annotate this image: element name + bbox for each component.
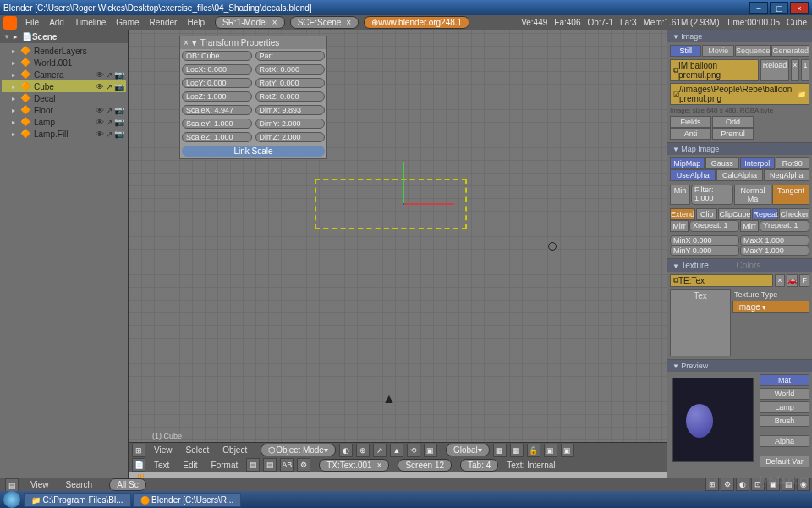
- syntax-icon[interactable]: AB: [280, 458, 294, 472]
- normalmap-btn[interactable]: Normal Ma: [734, 185, 771, 205]
- panel-icon[interactable]: ◐: [736, 478, 749, 491]
- editor-type-icon[interactable]: 📄: [132, 458, 145, 472]
- rot90-btn[interactable]: Rot90: [776, 157, 810, 169]
- visible-icon[interactable]: 👁: [96, 130, 104, 139]
- miny-field[interactable]: MinY 0.000: [670, 246, 739, 256]
- layer-btn[interactable]: ▦: [510, 444, 524, 457]
- scaley-field[interactable]: ScaleY: 1.000: [182, 119, 252, 129]
- menu-help[interactable]: Help: [182, 18, 210, 27]
- close-button[interactable]: ×: [790, 2, 809, 14]
- render-anim-icon[interactable]: ▣: [561, 444, 574, 457]
- locx-field[interactable]: LocX: 0.000: [182, 64, 252, 75]
- outliner-title[interactable]: ▸📄 Scene: [0, 30, 128, 43]
- pivot-icon[interactable]: ⊕: [356, 444, 370, 457]
- link-scale-button[interactable]: Link Scale: [182, 146, 325, 157]
- outliner-item[interactable]: ▸🔶World.001: [2, 57, 126, 69]
- preview-brush-btn[interactable]: Brush: [760, 415, 809, 427]
- select-icon[interactable]: ↗: [106, 118, 112, 127]
- unlink-icon[interactable]: ×: [775, 274, 785, 287]
- image-path-field[interactable]: ☑ //images\People\Rebe\balloon premul.pn…: [670, 83, 809, 105]
- menu-file[interactable]: File: [20, 18, 44, 27]
- render-icon[interactable]: 📷: [114, 106, 124, 115]
- interpol-btn[interactable]: Interpol: [740, 157, 775, 169]
- start-button[interactable]: [3, 491, 20, 508]
- taskbar-item[interactable]: 🟠 Blender [C:\Users\R...: [133, 493, 242, 507]
- xrepeat-field[interactable]: Xrepeat: 1: [689, 220, 739, 232]
- visible-icon[interactable]: 👁: [96, 82, 104, 91]
- scalez-field[interactable]: ScaleZ: 1.000: [182, 132, 252, 142]
- outliner-item[interactable]: ▸🔶Floor👁↗📷: [2, 104, 126, 116]
- preview-panel-header[interactable]: Preview: [667, 360, 812, 372]
- edit-menu[interactable]: Edit: [178, 461, 202, 470]
- render-icon[interactable]: 📷: [114, 70, 124, 80]
- render-icon[interactable]: ▣: [544, 444, 557, 457]
- preview-world-btn[interactable]: World: [760, 388, 809, 400]
- z-axis-icon[interactable]: [403, 203, 404, 205]
- mode-selector[interactable]: ⬡ Object Mode ▾: [261, 444, 336, 456]
- screen-selector[interactable]: SR:1-Model×: [215, 16, 285, 29]
- preview-lamp-btn[interactable]: Lamp: [760, 401, 809, 413]
- panel-icon[interactable]: ⚙: [721, 478, 734, 491]
- rotx-field[interactable]: RotX: 0.000: [255, 64, 326, 75]
- close-icon[interactable]: ×: [346, 18, 351, 27]
- menu-add[interactable]: Add: [44, 18, 69, 27]
- fake-user-btn[interactable]: F: [799, 274, 809, 287]
- scalex-field[interactable]: ScaleX: 4.947: [182, 105, 252, 115]
- extend-btn[interactable]: Extend: [670, 208, 695, 220]
- lamp-icon[interactable]: [548, 242, 557, 251]
- mirr-y-btn[interactable]: Mirr: [740, 220, 759, 232]
- rotz-field[interactable]: RotZ: 0.000: [255, 91, 326, 102]
- manip-toggle-icon[interactable]: ↗: [373, 444, 387, 457]
- roty-field[interactable]: RotY: 0.000: [255, 78, 326, 88]
- texture-slot-list[interactable]: Tex: [670, 289, 731, 356]
- outliner-item[interactable]: ▸🔶Lamp.Fill👁↗📷: [2, 128, 126, 140]
- repeat-btn[interactable]: Repeat: [752, 208, 778, 220]
- transform-properties-panel[interactable]: × ▼ Transform Properties OB: CubePar: Lo…: [179, 36, 327, 159]
- te-name-field[interactable]: ⧉ TE:Tex: [670, 274, 773, 287]
- select-icon[interactable]: ↗: [106, 106, 112, 115]
- image-name-field[interactable]: ⧉ IM:balloon premul.png: [670, 59, 759, 81]
- image-panel-header[interactable]: Image: [667, 30, 812, 42]
- mipmap-btn[interactable]: MipMap: [670, 157, 705, 169]
- texture-panel-header[interactable]: Texture Colors: [667, 259, 812, 272]
- outliner-item[interactable]: ▸🔶Decal: [2, 92, 126, 104]
- editor-type-icon[interactable]: ▤: [5, 478, 19, 492]
- render-icon[interactable]: 📷: [114, 118, 124, 127]
- reload-button[interactable]: Reload: [760, 59, 789, 81]
- orientation-selector[interactable]: Global ▾: [446, 444, 490, 456]
- tab-movie[interactable]: Movie: [702, 45, 733, 57]
- default-var-btn[interactable]: Default Var: [760, 456, 809, 467]
- visible-icon[interactable]: 👁: [96, 106, 104, 115]
- menu-timeline[interactable]: Timeline: [69, 18, 111, 27]
- x-axis-icon[interactable]: [403, 203, 454, 205]
- outliner-item[interactable]: ▸🔶Camera👁↗📷: [2, 69, 126, 80]
- yrepeat-field[interactable]: Yrepeat: 1: [760, 220, 809, 232]
- taskbar-item[interactable]: 📁 C:\Program Files\Bl...: [24, 493, 131, 507]
- text-name-field[interactable]: TX:Text.001 ×: [319, 459, 389, 472]
- calcalpha-btn[interactable]: CalcAlpha: [716, 169, 762, 181]
- object-menu[interactable]: Object: [217, 445, 252, 455]
- tab-still[interactable]: Still: [670, 45, 701, 57]
- editor-type-icon[interactable]: ⊞: [132, 444, 145, 457]
- anti-btn[interactable]: Anti: [670, 128, 711, 140]
- url-link[interactable]: ⊕ www.blender.org 248.1: [364, 16, 469, 29]
- menu-render[interactable]: Render: [145, 18, 183, 27]
- scene-selector[interactable]: SCE:Scene×: [290, 16, 359, 29]
- tab-field[interactable]: Tab: 4: [460, 459, 498, 472]
- outliner-item[interactable]: ▸🔶RenderLayers: [2, 45, 126, 57]
- 3d-viewport[interactable]: ▲ (1) Cube × ▼ Transform Properties OB: …: [129, 30, 667, 491]
- usealpha-btn[interactable]: UseAlpha: [670, 169, 716, 181]
- dimz-field[interactable]: DimZ: 2.000: [255, 132, 326, 142]
- manip-rot-icon[interactable]: ⟲: [407, 444, 420, 457]
- locy-field[interactable]: LocY: 0.000: [182, 78, 252, 88]
- filter-selector[interactable]: All Sc: [109, 478, 146, 491]
- gauss-btn[interactable]: Gauss: [705, 157, 740, 169]
- search-menu[interactable]: Search: [61, 480, 98, 489]
- wrap-icon[interactable]: ▤: [263, 458, 277, 472]
- view-menu[interactable]: View: [149, 445, 178, 455]
- manipulator-gizmo[interactable]: [391, 191, 416, 217]
- outliner-item[interactable]: ▸🔶Cube👁↗📷: [2, 80, 126, 92]
- tab-sequence[interactable]: Sequence: [735, 45, 771, 57]
- close-icon[interactable]: ×: [272, 18, 277, 27]
- layer-btn[interactable]: ▦: [493, 444, 507, 457]
